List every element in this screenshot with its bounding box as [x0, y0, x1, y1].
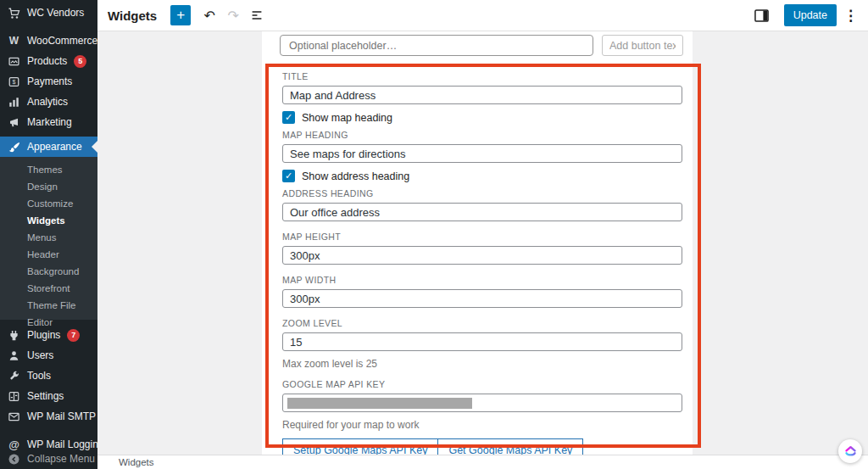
- sidebar-item-analytics[interactable]: Analytics: [0, 92, 97, 112]
- redo-button[interactable]: ↷: [223, 5, 243, 25]
- plugin-icon: [8, 329, 20, 342]
- widget-top-row: [280, 35, 683, 56]
- sidebar-item-label: Payments: [27, 75, 72, 87]
- products-count-badge: 5: [74, 55, 86, 68]
- sidebar-item-label: Analytics: [27, 96, 68, 108]
- paintbrush-icon: [8, 141, 20, 154]
- cart-icon: [8, 7, 20, 20]
- sidebar-separator: [0, 23, 97, 31]
- sidebar-item-label: WooCommerce: [27, 35, 97, 47]
- sidebar-item-label: WP Mail SMTP: [27, 410, 96, 422]
- sidebar-item-label: Plugins: [27, 329, 60, 341]
- optional-placeholder-input[interactable]: [280, 35, 593, 56]
- sidebar-item-marketing[interactable]: Marketing: [0, 112, 97, 132]
- sidebar-item-label: Products: [27, 55, 67, 67]
- clickup-logo-icon: [843, 444, 858, 459]
- submenu-item-menus[interactable]: Menus: [0, 229, 97, 246]
- api-key-help-text: Required for your map to work: [282, 419, 682, 431]
- sidebar-item-label: WC Vendors: [27, 7, 84, 19]
- submenu-item-storefront[interactable]: Storefront: [0, 280, 97, 297]
- sidebar-item-label: Settings: [27, 390, 64, 402]
- wordpress-admin: WC Vendors W WooCommerce Products 5 $ Pa…: [0, 0, 868, 469]
- submenu-item-background[interactable]: Background: [0, 263, 97, 280]
- sidebar-item-woocommerce[interactable]: W WooCommerce: [0, 31, 97, 51]
- wrench-icon: [8, 370, 20, 382]
- admin-sidebar: WC Vendors W WooCommerce Products 5 $ Pa…: [0, 0, 97, 469]
- address-heading-input[interactable]: [282, 203, 682, 221]
- sidebar-item-appearance[interactable]: Appearance: [0, 137, 97, 157]
- map-widget-form: TITLE ✓ Show map heading MAP HEADING ✓ S…: [282, 71, 682, 469]
- map-heading-label: MAP HEADING: [282, 130, 682, 140]
- google-map-api-key-input[interactable]: [282, 394, 682, 412]
- collapse-menu-label: Collapse Menu: [27, 453, 95, 465]
- sidebar-panel-icon: [754, 8, 770, 23]
- settings-sidebar-toggle[interactable]: [752, 5, 772, 25]
- add-block-button[interactable]: +: [170, 5, 191, 25]
- user-icon: [8, 349, 20, 362]
- collapse-arrow-icon: [8, 453, 20, 466]
- submenu-item-customize[interactable]: Customize: [0, 195, 97, 212]
- sidebar-item-label: Tools: [27, 370, 51, 382]
- submenu-item-header[interactable]: Header: [0, 246, 97, 263]
- add-button-text-input[interactable]: [602, 35, 683, 56]
- checked-checkbox-icon[interactable]: ✓: [282, 111, 295, 124]
- settings-icon: [8, 390, 20, 403]
- editor-footer: Widgets: [97, 455, 868, 469]
- submenu-item-design[interactable]: Design: [0, 178, 97, 195]
- woocommerce-icon: W: [8, 35, 20, 47]
- show-map-heading-checkbox-row[interactable]: ✓ Show map heading: [282, 111, 682, 124]
- title-label: TITLE: [282, 71, 682, 81]
- sidebar-item-tools[interactable]: Tools: [0, 366, 97, 386]
- svg-text:$: $: [13, 79, 16, 86]
- map-heading-input[interactable]: [282, 144, 682, 163]
- sidebar-item-wc-vendors[interactable]: WC Vendors: [0, 3, 97, 23]
- sidebar-item-settings[interactable]: Settings: [0, 386, 97, 406]
- redacted-api-key-value: [287, 398, 472, 409]
- products-icon: [8, 55, 20, 68]
- sidebar-item-payments[interactable]: $ Payments: [0, 71, 97, 92]
- megaphone-icon: [8, 116, 20, 129]
- breadcrumb: Widgets: [119, 457, 154, 467]
- sidebar-item-label: Marketing: [27, 116, 72, 128]
- sidebar-separator: [0, 427, 97, 434]
- clickup-extension-button[interactable]: [838, 439, 862, 463]
- widget-editor-canvas: TITLE ✓ Show map heading MAP HEADING ✓ S…: [262, 31, 693, 455]
- payments-icon: $: [8, 75, 20, 88]
- title-input[interactable]: [282, 86, 682, 104]
- zoom-level-help-text: Max zoom level is 25: [282, 358, 682, 370]
- editor-toolbar: Widgets + ↶ ↷ Update ⋮: [97, 0, 868, 31]
- collapse-menu-button[interactable]: Collapse Menu: [0, 449, 97, 469]
- sidebar-item-label: Users: [27, 349, 53, 361]
- checked-checkbox-icon[interactable]: ✓: [282, 170, 295, 182]
- submenu-item-themes[interactable]: Themes: [0, 161, 97, 178]
- map-width-input[interactable]: [282, 289, 682, 308]
- plugins-count-badge: 7: [67, 329, 80, 342]
- map-height-input[interactable]: [282, 246, 682, 265]
- page-title: Widgets: [108, 8, 157, 23]
- map-width-label: MAP WIDTH: [282, 275, 682, 285]
- submenu-item-widgets[interactable]: Widgets: [0, 212, 97, 229]
- analytics-icon: [8, 96, 20, 109]
- options-menu-button[interactable]: ⋮: [843, 7, 858, 25]
- sidebar-item-wp-mail-smtp[interactable]: WP Mail SMTP: [0, 406, 97, 427]
- show-map-heading-label: Show map heading: [302, 112, 392, 124]
- google-map-api-key-label: GOOGLE MAP API KEY: [282, 379, 682, 389]
- zoom-level-label: ZOOM LEVEL: [282, 318, 682, 328]
- list-view-icon: [249, 8, 264, 23]
- submenu-item-theme-file-editor[interactable]: Theme File Editor: [0, 297, 97, 314]
- address-heading-label: ADDRESS HEADING: [282, 188, 682, 198]
- sidebar-item-label: Appearance: [27, 141, 82, 153]
- list-view-button[interactable]: [247, 5, 267, 25]
- appearance-submenu: Themes Design Customize Widgets Menus He…: [0, 157, 97, 320]
- map-height-label: MAP HEIGHT: [282, 232, 682, 242]
- update-button[interactable]: Update: [784, 4, 837, 26]
- sidebar-item-users[interactable]: Users: [0, 345, 97, 366]
- show-address-heading-label: Show address heading: [302, 170, 409, 182]
- show-address-heading-checkbox-row[interactable]: ✓ Show address heading: [282, 170, 682, 182]
- envelope-icon: [8, 410, 20, 423]
- undo-button[interactable]: ↶: [199, 5, 220, 25]
- sidebar-item-products[interactable]: Products 5: [0, 51, 97, 71]
- zoom-level-input[interactable]: [282, 332, 682, 351]
